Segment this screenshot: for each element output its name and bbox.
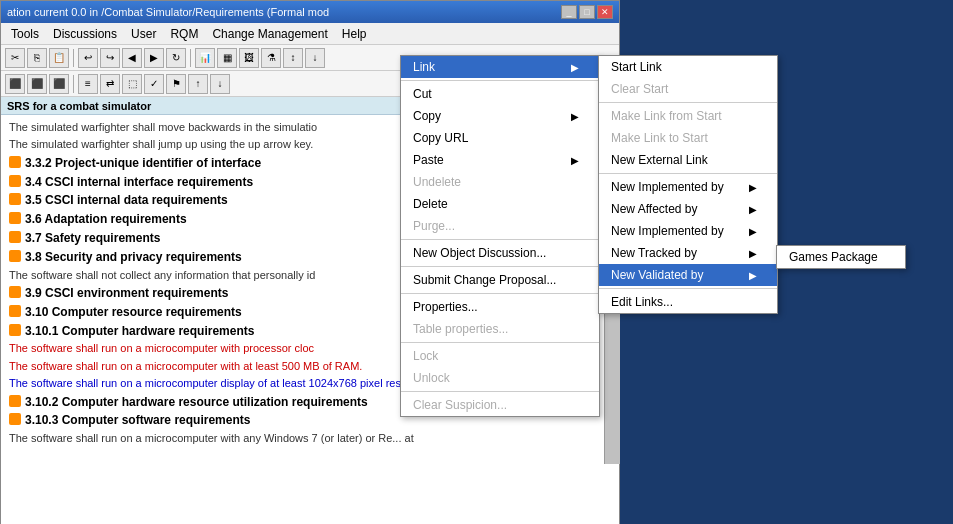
doc-icon-17 (9, 413, 21, 425)
cm-link-new-external[interactable]: New External Link (599, 149, 777, 171)
toolbar-forward-icon[interactable]: ▶ (144, 48, 164, 68)
cm-link-new-implemented-by-2[interactable]: New Implemented by ▶ (599, 220, 777, 242)
toolbar-image-icon[interactable]: 🖼 (239, 48, 259, 68)
minimize-button[interactable]: _ (561, 5, 577, 19)
toolbar2-btn10[interactable]: ↓ (210, 74, 230, 94)
cm-link-make-to-start-label: Make Link to Start (611, 131, 708, 145)
toolbar-down-icon[interactable]: ↓ (305, 48, 325, 68)
cm-new-object-discussion[interactable]: New Object Discussion... (401, 242, 599, 264)
title-text: ation current 0.0 in /Combat Simulator/R… (7, 6, 329, 18)
cm-copy-url[interactable]: Copy URL (401, 127, 599, 149)
cm-copy-url-label: Copy URL (413, 131, 468, 145)
doc-icon-6 (9, 212, 21, 224)
menu-user[interactable]: User (125, 25, 162, 43)
cm-link-new-implemented-by-2-label: New Implemented by (611, 224, 724, 238)
toolbar2-btn6[interactable]: ⬚ (122, 74, 142, 94)
cm-link-new-tracked-by-arrow: ▶ (749, 248, 757, 259)
menu-tools[interactable]: Tools (5, 25, 45, 43)
cm-sep-3 (401, 266, 599, 267)
doc-icon-3 (9, 156, 21, 168)
menu-change-management[interactable]: Change Management (206, 25, 333, 43)
cm-table-properties: Table properties... (401, 318, 599, 340)
cm-paste-label: Paste (413, 153, 444, 167)
cm-validated-games-package[interactable]: Games Package (777, 246, 905, 268)
toolbar2-btn4[interactable]: ≡ (78, 74, 98, 94)
cm-delete-label: Delete (413, 197, 448, 211)
doc-icon-8 (9, 250, 21, 262)
cm-cut[interactable]: Cut (401, 83, 599, 105)
title-bar: ation current 0.0 in /Combat Simulator/R… (1, 1, 619, 23)
toolbar2-btn8[interactable]: ⚑ (166, 74, 186, 94)
toolbar-scissors-icon[interactable]: ✂ (5, 48, 25, 68)
menu-bar: Tools Discussions User RQM Change Manage… (1, 23, 619, 45)
cm-properties[interactable]: Properties... (401, 296, 599, 318)
toolbar-copy-icon[interactable]: ⎘ (27, 48, 47, 68)
toolbar2-btn5[interactable]: ⇄ (100, 74, 120, 94)
cm-link-clear-start: Clear Start (599, 78, 777, 100)
cm-link-new-validated-by-label: New Validated by (611, 268, 704, 282)
cm-link-sep-3 (599, 288, 777, 289)
context-menu-main: Link ▶ Cut Copy ▶ Copy URL Paste ▶ Undel… (400, 55, 600, 417)
toolbar-table-icon[interactable]: ▦ (217, 48, 237, 68)
doc-text-18: The software shall run on a microcompute… (9, 431, 611, 446)
menu-discussions[interactable]: Discussions (47, 25, 123, 43)
cm-link-clear-start-label: Clear Start (611, 82, 668, 96)
toolbar2-btn2[interactable]: ⬛ (27, 74, 47, 94)
cm-unlock-label: Unlock (413, 371, 450, 385)
cm-submit-change[interactable]: Submit Change Proposal... (401, 269, 599, 291)
toolbar-undo-icon[interactable]: ↩ (78, 48, 98, 68)
cm-link-arrow: ▶ (571, 62, 579, 73)
cm-link-start-link[interactable]: Start Link (599, 56, 777, 78)
context-menu-link: Start Link Clear Start Make Link from St… (598, 55, 778, 314)
cm-link-new-implemented-by-1-arrow: ▶ (749, 182, 757, 193)
cm-clear-suspicion: Clear Suspicion... (401, 394, 599, 416)
cm-submit-change-label: Submit Change Proposal... (413, 273, 556, 287)
doc-icon-7 (9, 231, 21, 243)
toolbar-refresh-icon[interactable]: ↻ (166, 48, 186, 68)
cm-cut-label: Cut (413, 87, 432, 101)
cm-link-make-to-start: Make Link to Start (599, 127, 777, 149)
maximize-button[interactable]: □ (579, 5, 595, 19)
cm-validated-games-package-label: Games Package (789, 250, 878, 264)
cm-link-new-implemented-by-2-arrow: ▶ (749, 226, 757, 237)
cm-undelete-label: Undelete (413, 175, 461, 189)
close-button[interactable]: ✕ (597, 5, 613, 19)
cm-link-make-from-start: Make Link from Start (599, 105, 777, 127)
toolbar2-btn1[interactable]: ⬛ (5, 74, 25, 94)
cm-table-properties-label: Table properties... (413, 322, 508, 336)
doc-icon-5 (9, 193, 21, 205)
cm-sep-5 (401, 342, 599, 343)
cm-link-new-implemented-by-1[interactable]: New Implemented by ▶ (599, 176, 777, 198)
context-menu-validated: Games Package (776, 245, 906, 269)
menu-help[interactable]: Help (336, 25, 373, 43)
cm-link-edit-links-label: Edit Links... (611, 295, 673, 309)
section-header-text: SRS for a combat simulator (7, 100, 151, 112)
cm-copy-label: Copy (413, 109, 441, 123)
cm-sep-6 (401, 391, 599, 392)
cm-link-new-tracked-by[interactable]: New Tracked by ▶ (599, 242, 777, 264)
toolbar-redo-icon[interactable]: ↪ (100, 48, 120, 68)
cm-link-new-affected-by[interactable]: New Affected by ▶ (599, 198, 777, 220)
cm-undelete: Undelete (401, 171, 599, 193)
cm-link-new-validated-by[interactable]: New Validated by ▶ (599, 264, 777, 286)
cm-purge-label: Purge... (413, 219, 455, 233)
cm-link[interactable]: Link ▶ (401, 56, 599, 78)
cm-link-label: Link (413, 60, 435, 74)
cm-link-new-validated-by-arrow: ▶ (749, 270, 757, 281)
toolbar-chart-icon[interactable]: 📊 (195, 48, 215, 68)
toolbar-back-icon[interactable]: ◀ (122, 48, 142, 68)
toolbar-sort-icon[interactable]: ↕ (283, 48, 303, 68)
cm-copy[interactable]: Copy ▶ (401, 105, 599, 127)
cm-unlock: Unlock (401, 367, 599, 389)
toolbar2-btn9[interactable]: ↑ (188, 74, 208, 94)
cm-delete[interactable]: Delete (401, 193, 599, 215)
doc-icon-12 (9, 324, 21, 336)
cm-paste[interactable]: Paste ▶ (401, 149, 599, 171)
toolbar-filter-icon[interactable]: ⚗ (261, 48, 281, 68)
toolbar-paste-icon[interactable]: 📋 (49, 48, 69, 68)
cm-copy-arrow: ▶ (571, 111, 579, 122)
cm-link-edit-links[interactable]: Edit Links... (599, 291, 777, 313)
toolbar2-btn7[interactable]: ✓ (144, 74, 164, 94)
toolbar2-btn3[interactable]: ⬛ (49, 74, 69, 94)
menu-rqm[interactable]: RQM (164, 25, 204, 43)
